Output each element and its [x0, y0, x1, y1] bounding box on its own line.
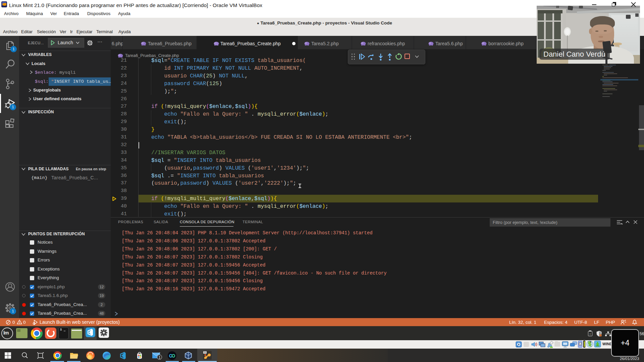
svg-text:V: V — [580, 343, 581, 345]
